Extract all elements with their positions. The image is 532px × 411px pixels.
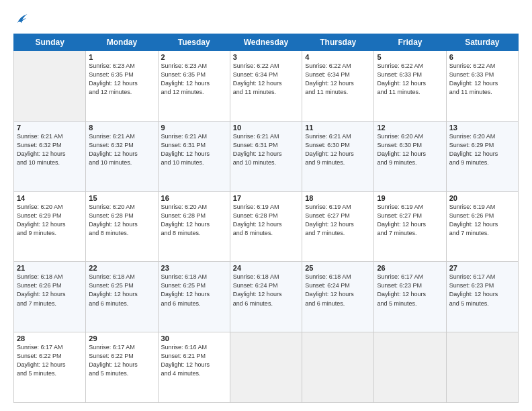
weekday-header-wednesday: Wednesday [230, 34, 302, 51]
day-info: Sunrise: 6:19 AM Sunset: 6:27 PM Dayligh… [377, 203, 443, 238]
day-info: Sunrise: 6:22 AM Sunset: 6:33 PM Dayligh… [449, 62, 515, 97]
calendar-cell: 2Sunrise: 6:23 AM Sunset: 6:35 PM Daylig… [158, 51, 230, 122]
day-number: 15 [89, 194, 154, 202]
calendar-cell: 4Sunrise: 6:22 AM Sunset: 6:34 PM Daylig… [302, 51, 374, 122]
day-info: Sunrise: 6:22 AM Sunset: 6:34 PM Dayligh… [305, 62, 371, 97]
day-info: Sunrise: 6:19 AM Sunset: 6:28 PM Dayligh… [233, 203, 299, 238]
day-info: Sunrise: 6:20 AM Sunset: 6:28 PM Dayligh… [161, 203, 227, 238]
day-info: Sunrise: 6:19 AM Sunset: 6:26 PM Dayligh… [449, 203, 515, 238]
day-number: 29 [89, 334, 154, 342]
day-number: 21 [17, 264, 83, 272]
day-info: Sunrise: 6:21 AM Sunset: 6:32 PM Dayligh… [17, 132, 83, 167]
calendar-cell: 6Sunrise: 6:22 AM Sunset: 6:33 PM Daylig… [446, 51, 518, 122]
day-number: 22 [89, 264, 154, 272]
calendar-cell: 22Sunrise: 6:18 AM Sunset: 6:25 PM Dayli… [86, 262, 158, 332]
day-number: 2 [161, 53, 227, 61]
calendar-cell: 8Sunrise: 6:21 AM Sunset: 6:32 PM Daylig… [86, 121, 158, 191]
day-info: Sunrise: 6:16 AM Sunset: 6:21 PM Dayligh… [161, 343, 227, 378]
day-number: 28 [17, 334, 83, 342]
calendar-cell: 7Sunrise: 6:21 AM Sunset: 6:32 PM Daylig… [14, 121, 86, 191]
day-number: 7 [17, 124, 83, 132]
day-info: Sunrise: 6:18 AM Sunset: 6:25 PM Dayligh… [89, 273, 154, 308]
weekday-header-tuesday: Tuesday [158, 34, 230, 51]
day-info: Sunrise: 6:19 AM Sunset: 6:27 PM Dayligh… [305, 203, 371, 238]
day-info: Sunrise: 6:22 AM Sunset: 6:33 PM Dayligh… [377, 62, 443, 97]
day-info: Sunrise: 6:18 AM Sunset: 6:24 PM Dayligh… [305, 273, 371, 308]
logo-bird-icon [13, 12, 28, 27]
day-number: 23 [161, 264, 227, 272]
day-number: 20 [449, 194, 515, 202]
calendar-cell: 10Sunrise: 6:21 AM Sunset: 6:31 PM Dayli… [230, 121, 302, 191]
calendar-cell: 27Sunrise: 6:17 AM Sunset: 6:23 PM Dayli… [446, 262, 518, 332]
calendar-cell [230, 332, 302, 403]
weekday-header-sunday: Sunday [14, 34, 86, 51]
calendar-table: SundayMondayTuesdayWednesdayThursdayFrid… [13, 34, 519, 403]
day-number: 30 [161, 334, 227, 342]
calendar-cell: 19Sunrise: 6:19 AM Sunset: 6:27 PM Dayli… [374, 191, 446, 262]
day-number: 26 [377, 264, 443, 272]
page: SundayMondayTuesdayWednesdayThursdayFrid… [0, 0, 532, 411]
day-number: 17 [233, 194, 299, 202]
day-info: Sunrise: 6:20 AM Sunset: 6:29 PM Dayligh… [17, 203, 83, 238]
day-info: Sunrise: 6:22 AM Sunset: 6:34 PM Dayligh… [233, 62, 299, 97]
calendar-cell: 12Sunrise: 6:20 AM Sunset: 6:30 PM Dayli… [374, 121, 446, 191]
day-number: 25 [305, 264, 371, 272]
calendar-week-5: 28Sunrise: 6:17 AM Sunset: 6:22 PM Dayli… [14, 332, 519, 403]
day-number: 1 [89, 53, 154, 61]
calendar-cell: 23Sunrise: 6:18 AM Sunset: 6:25 PM Dayli… [158, 262, 230, 332]
calendar-cell: 24Sunrise: 6:18 AM Sunset: 6:24 PM Dayli… [230, 262, 302, 332]
day-number: 5 [377, 53, 443, 61]
calendar-week-1: 1Sunrise: 6:23 AM Sunset: 6:35 PM Daylig… [14, 51, 519, 122]
day-number: 13 [449, 124, 515, 132]
calendar-week-4: 21Sunrise: 6:18 AM Sunset: 6:26 PM Dayli… [14, 262, 519, 332]
day-number: 19 [377, 194, 443, 202]
day-info: Sunrise: 6:17 AM Sunset: 6:22 PM Dayligh… [17, 343, 83, 378]
weekday-header-monday: Monday [86, 34, 158, 51]
day-number: 3 [233, 53, 299, 61]
day-info: Sunrise: 6:17 AM Sunset: 6:23 PM Dayligh… [449, 273, 515, 308]
calendar-cell: 30Sunrise: 6:16 AM Sunset: 6:21 PM Dayli… [158, 332, 230, 403]
calendar-cell [374, 332, 446, 403]
day-number: 11 [305, 124, 371, 132]
weekday-header-row: SundayMondayTuesdayWednesdayThursdayFrid… [14, 34, 519, 51]
calendar-week-3: 14Sunrise: 6:20 AM Sunset: 6:29 PM Dayli… [14, 191, 519, 262]
day-info: Sunrise: 6:17 AM Sunset: 6:23 PM Dayligh… [377, 273, 443, 308]
calendar-cell: 16Sunrise: 6:20 AM Sunset: 6:28 PM Dayli… [158, 191, 230, 262]
day-info: Sunrise: 6:17 AM Sunset: 6:22 PM Dayligh… [89, 343, 154, 378]
calendar-cell: 20Sunrise: 6:19 AM Sunset: 6:26 PM Dayli… [446, 191, 518, 262]
calendar-cell: 3Sunrise: 6:22 AM Sunset: 6:34 PM Daylig… [230, 51, 302, 122]
day-info: Sunrise: 6:21 AM Sunset: 6:31 PM Dayligh… [161, 132, 227, 167]
day-number: 18 [305, 194, 371, 202]
header [13, 12, 519, 27]
weekday-header-thursday: Thursday [302, 34, 374, 51]
calendar-cell: 1Sunrise: 6:23 AM Sunset: 6:35 PM Daylig… [86, 51, 158, 122]
day-info: Sunrise: 6:23 AM Sunset: 6:35 PM Dayligh… [161, 62, 227, 97]
day-info: Sunrise: 6:20 AM Sunset: 6:28 PM Dayligh… [89, 203, 154, 238]
day-number: 8 [89, 124, 154, 132]
weekday-header-friday: Friday [374, 34, 446, 51]
calendar-cell: 9Sunrise: 6:21 AM Sunset: 6:31 PM Daylig… [158, 121, 230, 191]
calendar-cell [302, 332, 374, 403]
calendar-cell: 14Sunrise: 6:20 AM Sunset: 6:29 PM Dayli… [14, 191, 86, 262]
calendar-cell: 26Sunrise: 6:17 AM Sunset: 6:23 PM Dayli… [374, 262, 446, 332]
calendar-cell: 11Sunrise: 6:21 AM Sunset: 6:30 PM Dayli… [302, 121, 374, 191]
day-number: 24 [233, 264, 299, 272]
day-number: 9 [161, 124, 227, 132]
calendar-cell: 21Sunrise: 6:18 AM Sunset: 6:26 PM Dayli… [14, 262, 86, 332]
day-number: 27 [449, 264, 515, 272]
day-info: Sunrise: 6:21 AM Sunset: 6:30 PM Dayligh… [305, 132, 371, 167]
day-number: 12 [377, 124, 443, 132]
calendar-cell: 29Sunrise: 6:17 AM Sunset: 6:22 PM Dayli… [86, 332, 158, 403]
calendar-cell: 18Sunrise: 6:19 AM Sunset: 6:27 PM Dayli… [302, 191, 374, 262]
weekday-header-saturday: Saturday [446, 34, 518, 51]
day-number: 16 [161, 194, 227, 202]
day-number: 6 [449, 53, 515, 61]
calendar-cell: 28Sunrise: 6:17 AM Sunset: 6:22 PM Dayli… [14, 332, 86, 403]
calendar-cell [14, 51, 86, 122]
day-info: Sunrise: 6:21 AM Sunset: 6:31 PM Dayligh… [233, 132, 299, 167]
calendar-cell: 5Sunrise: 6:22 AM Sunset: 6:33 PM Daylig… [374, 51, 446, 122]
calendar-cell: 13Sunrise: 6:20 AM Sunset: 6:29 PM Dayli… [446, 121, 518, 191]
day-info: Sunrise: 6:21 AM Sunset: 6:32 PM Dayligh… [89, 132, 154, 167]
day-info: Sunrise: 6:23 AM Sunset: 6:35 PM Dayligh… [89, 62, 154, 97]
day-info: Sunrise: 6:18 AM Sunset: 6:26 PM Dayligh… [17, 273, 83, 308]
